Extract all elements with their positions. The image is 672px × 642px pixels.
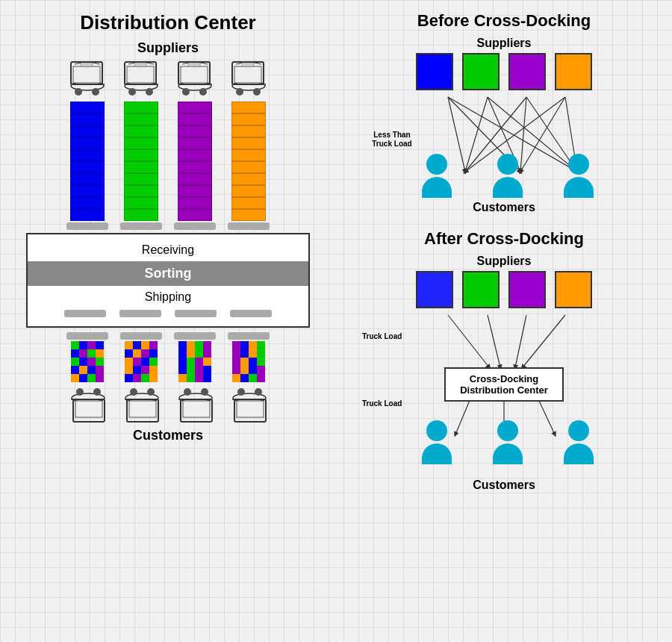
after-customer-person-1	[422, 420, 452, 464]
svg-point-43	[201, 388, 208, 396]
after-supplier-box-3	[508, 271, 546, 308]
left-title: Distribution Center	[80, 11, 255, 34]
svg-line-67	[523, 315, 565, 367]
before-supplier-boxes	[343, 53, 665, 90]
after-customers-label: Customers	[343, 479, 665, 492]
after-network-diagram: Truck Load Truck Load Cross-DockingDistr…	[362, 311, 646, 476]
customer-truck-2	[120, 331, 162, 423]
cargo-col-3	[178, 102, 212, 221]
supplier-truck-1	[66, 60, 108, 230]
svg-point-37	[147, 388, 155, 396]
mixed-grid-3	[178, 341, 211, 382]
svg-rect-27	[242, 63, 254, 66]
svg-rect-39	[129, 401, 156, 417]
cargo-base-2	[120, 222, 162, 230]
customer-truck-icon-2	[121, 382, 162, 423]
top-trucks-row	[66, 60, 270, 230]
customer-truck-icon-4	[228, 382, 270, 423]
svg-rect-12	[127, 66, 154, 83]
supplier-box-4	[555, 53, 592, 90]
truck-icon-3	[175, 60, 216, 102]
sorting-row: Sorting	[28, 261, 308, 286]
svg-point-4	[92, 88, 99, 96]
customer-truck-3	[174, 331, 216, 423]
cargo-col-2	[124, 102, 158, 221]
svg-line-66	[515, 315, 526, 367]
truck-load-label-top: Truck Load	[362, 332, 402, 340]
truck-icon-2	[121, 60, 162, 102]
before-cross-docking: Before Cross-Docking Suppliers Less Than…	[343, 11, 665, 214]
truck-load-label-bottom: Truck Load	[362, 399, 402, 408]
mixed-grid-4	[232, 341, 265, 382]
svg-point-3	[75, 88, 82, 96]
customer-truck-icon-3	[175, 382, 216, 423]
svg-point-25	[253, 88, 261, 96]
after-cross-docking: After Cross-Docking Suppliers	[343, 229, 665, 492]
shipping-row: Shipping	[28, 287, 308, 307]
svg-rect-13	[134, 63, 146, 66]
svg-rect-19	[181, 66, 208, 83]
svg-rect-20	[188, 63, 200, 66]
customer-person-2	[493, 154, 523, 198]
mixed-grid-1	[71, 341, 104, 382]
cargo-col-1	[70, 102, 105, 221]
supplier-truck-3	[174, 60, 216, 230]
svg-point-18	[199, 88, 207, 96]
before-customers-label: Customers	[343, 201, 665, 214]
after-supplier-box-1	[416, 271, 453, 308]
after-customers-row	[422, 420, 594, 464]
right-panel: Before Cross-Docking Suppliers Less Than…	[336, 0, 672, 642]
supplier-box-3	[508, 53, 546, 90]
cargo-base-1	[66, 222, 108, 230]
customer-truck-4	[228, 331, 270, 423]
after-title: After Cross-Docking	[343, 229, 665, 249]
svg-point-10	[128, 88, 136, 96]
supplier-truck-4	[228, 60, 270, 230]
svg-rect-6	[81, 63, 93, 66]
after-customer-person-2	[493, 420, 523, 464]
svg-rect-33	[75, 401, 102, 417]
after-customer-person-3	[564, 420, 594, 464]
svg-rect-5	[73, 66, 100, 83]
distribution-center-box: Receiving Sorting Shipping	[26, 233, 310, 328]
svg-rect-26	[234, 66, 261, 83]
after-suppliers-label: Suppliers	[343, 255, 665, 268]
customer-truck-icon-1	[67, 382, 108, 423]
truck-icon-4	[228, 60, 270, 102]
svg-point-49	[255, 388, 262, 396]
mixed-grid-2	[125, 341, 158, 382]
supplier-box-1	[416, 53, 453, 90]
svg-point-31	[93, 388, 101, 396]
svg-line-65	[488, 315, 500, 367]
bottom-trucks-row	[66, 331, 270, 423]
left-panel: Distribution Center Suppliers	[0, 0, 336, 642]
svg-point-24	[236, 88, 243, 96]
svg-point-11	[146, 88, 153, 96]
before-network-diagram: Less ThanTruck Load	[362, 93, 646, 198]
cd-center-box: Cross-DockingDistribution Center	[444, 367, 564, 402]
after-supplier-box-2	[462, 271, 500, 308]
customer-person-1	[422, 154, 452, 198]
cargo-col-4	[231, 102, 266, 221]
svg-point-17	[182, 88, 190, 96]
less-than-truck-label: Less ThanTruck Load	[362, 131, 422, 149]
svg-rect-51	[237, 401, 264, 417]
truck-icon-1	[67, 60, 108, 102]
before-title: Before Cross-Docking	[343, 11, 665, 31]
cargo-base-3	[174, 222, 216, 230]
customer-truck-1	[66, 331, 108, 423]
customers-label-left: Customers	[133, 428, 203, 443]
after-supplier-boxes	[343, 271, 665, 308]
before-suppliers-label: Suppliers	[343, 37, 665, 50]
customer-person-3	[564, 154, 594, 198]
after-supplier-box-4	[555, 271, 592, 308]
suppliers-label-left: Suppliers	[137, 40, 199, 56]
dc-base-platforms	[28, 307, 308, 320]
svg-rect-45	[183, 401, 210, 417]
before-customers-row	[422, 154, 594, 198]
supplier-box-2	[462, 53, 500, 90]
svg-line-64	[448, 315, 489, 367]
supplier-truck-2	[120, 60, 162, 230]
receiving-row: Receiving	[28, 240, 308, 260]
cargo-base-4	[228, 222, 270, 230]
